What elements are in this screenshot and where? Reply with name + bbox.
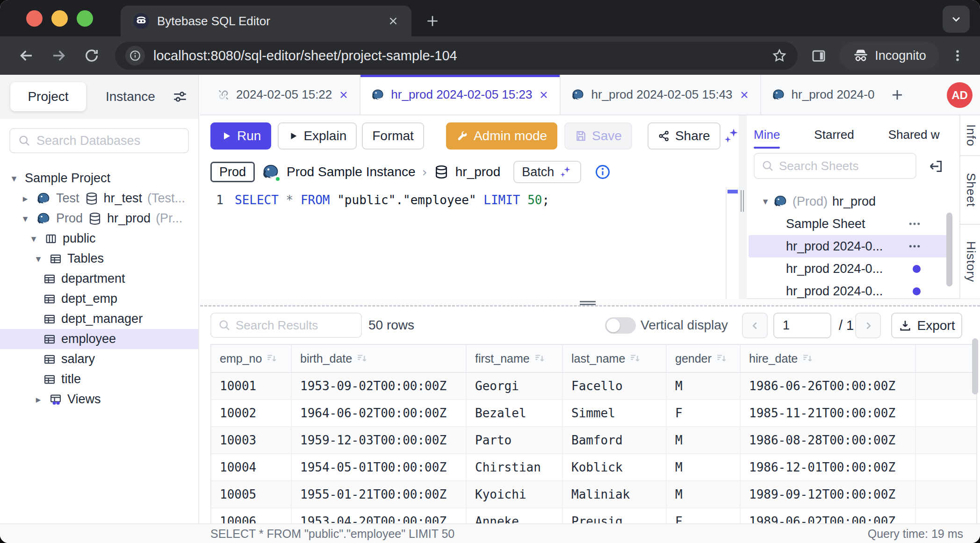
cell-last-name[interactable]: Facello [563,373,667,399]
cell-emp-no[interactable]: 10004 [211,454,292,480]
editor-tab-2-active[interactable]: hr_prod 2024-02-05 15:23 [360,75,561,114]
ai-sparkles-icon[interactable] [722,127,739,145]
tab-instance[interactable]: Instance [106,89,155,104]
new-sheet-tab-icon[interactable] [890,88,904,102]
close-window-button[interactable] [26,10,43,27]
table-row[interactable]: 10005 1955-01-21T00:00:00Z Kyoichi Malin… [211,481,976,508]
cell-emp-no[interactable]: 10005 [211,481,292,507]
editor-tab-1[interactable]: 2024-02-05 15:22 [207,75,360,114]
sheet-item-sample[interactable]: Sample Sheet [749,213,947,235]
table-row[interactable]: 10004 1954-05-01T00:00:00Z Chirstian Kob… [211,454,976,481]
tree-item-hr-test[interactable]: ▸ Test hr_test (Test... [0,188,198,208]
tree-item-views-group[interactable]: ▸ Views [0,389,198,409]
tree-item-table-salary[interactable]: salary [0,349,198,369]
prev-page-button[interactable] [742,313,768,338]
cell-hire-date[interactable]: 1985-11-21T00:00:00Z [741,400,916,426]
panel-resize-gutter[interactable] [739,115,747,299]
run-button[interactable]: Run [210,122,271,150]
sheets-search-input[interactable] [779,159,909,173]
cell-gender[interactable]: M [667,373,741,399]
cell-first-name[interactable]: Bezalel [467,400,563,426]
sheets-scrollbar[interactable] [946,213,952,286]
results-search[interactable] [210,313,362,338]
cell-hire-date[interactable]: 1989-06-02T00:00:00Z [741,508,916,523]
cell-first-name[interactable]: Parto [467,427,563,453]
close-icon[interactable] [739,89,750,100]
sheet-item-unsaved[interactable]: hr_prod 2024-0... [749,257,947,280]
close-icon[interactable] [538,89,549,100]
sheet-item-unsaved[interactable]: hr_prod 2024-0... [749,280,947,299]
page-number-input[interactable] [773,313,831,338]
cell-first-name[interactable]: Anneke [467,508,563,523]
chevron-down-icon[interactable]: ▾ [20,213,31,224]
sheet-group-hr-prod[interactable]: ▾ (Prod) hr_prod [749,190,947,213]
cell-emp-no[interactable]: 10003 [211,427,292,453]
tree-item-table-title[interactable]: title [0,369,198,389]
cell-gender[interactable]: M [667,427,741,453]
column-header-hire-date[interactable]: hire_date [741,345,916,372]
cell-birth-date[interactable]: 1953-09-02T00:00:00Z [292,373,467,399]
close-tab-icon[interactable] [387,15,399,27]
cell-last-name[interactable]: Preusig [563,508,667,523]
tree-item-table-department[interactable]: department [0,269,198,289]
cell-last-name[interactable]: Bamford [563,427,667,453]
cell-last-name[interactable]: Maliniak [563,481,667,507]
minimize-window-button[interactable] [51,10,68,27]
rail-tab-history[interactable]: History [960,225,980,300]
explain-button[interactable]: Explain [278,122,357,150]
cell-gender[interactable]: M [667,481,741,507]
sql-statement[interactable]: SELECT * FROM "public"."employee" LIMIT … [235,193,549,207]
cell-hire-date[interactable]: 1986-12-01T00:00:00Z [741,454,916,480]
forward-icon[interactable] [47,43,71,68]
tree-item-tables-group[interactable]: ▾ Tables [0,249,198,269]
chevron-right-icon[interactable]: ▸ [20,193,31,204]
cell-gender[interactable]: F [667,400,741,426]
tab-search-chevron-button[interactable] [943,6,970,33]
table-row[interactable]: 10001 1953-09-02T00:00:00Z Georgi Facell… [211,373,976,400]
table-row[interactable]: 10002 1964-06-02T00:00:00Z Bezalel Simme… [211,400,976,427]
column-header-last-name[interactable]: last_name [563,345,667,372]
table-row-partial[interactable]: 10006 1953-04-20T00:00:00Z Anneke Preusi… [211,508,976,523]
vertical-display-toggle[interactable] [605,317,636,334]
tab-project[interactable]: Project [10,82,86,111]
tab-mine[interactable]: Mine [754,128,780,142]
instance-name[interactable]: Prod Sample Instance [287,164,416,179]
cell-emp-no[interactable]: 10001 [211,373,292,399]
format-button[interactable]: Format [362,122,424,150]
cell-emp-no[interactable]: 10002 [211,400,292,426]
cell-birth-date[interactable]: 1964-06-02T00:00:00Z [292,400,467,426]
tree-item-table-dept-emp[interactable]: dept_emp [0,289,198,309]
batch-button[interactable]: Batch [513,161,581,183]
editor-tab-4[interactable]: hr_prod 2024-0 [761,75,884,114]
share-button[interactable]: Share [648,122,721,150]
omnibox[interactable]: localhost:8080/sql-editor/sheet/project-… [115,42,798,70]
results-search-input[interactable] [236,318,354,333]
tree-item-table-employee[interactable]: employee [0,329,198,349]
browser-tab[interactable]: Bytebase SQL Editor [121,6,411,36]
cell-hire-date[interactable]: 1986-08-28T00:00:00Z [741,427,916,453]
bookmark-star-icon[interactable] [771,48,787,64]
chevron-down-icon[interactable]: ▾ [760,196,771,207]
sheet-item-selected[interactable]: hr_prod 2024-0... [749,235,947,257]
more-menu-icon[interactable] [908,239,922,253]
results-splitter[interactable] [200,299,980,307]
column-header-gender[interactable]: gender [667,345,741,372]
cell-gender[interactable]: M [667,454,741,480]
cell-birth-date[interactable]: 1953-04-20T00:00:00Z [292,508,467,523]
chevron-down-icon[interactable]: ▾ [8,173,20,184]
cell-first-name[interactable]: Chirstian [467,454,563,480]
rail-tab-info[interactable]: Info [960,115,980,156]
cell-birth-date[interactable]: 1959-12-03T00:00:00Z [292,427,467,453]
side-panel-icon[interactable] [807,43,831,68]
sql-code-area[interactable]: 1 SELECT * FROM "public"."employee" LIMI… [200,187,739,207]
column-header-emp-no[interactable]: emp_no [211,345,292,372]
cell-emp-no[interactable]: 10006 [211,508,292,523]
cell-last-name[interactable]: Koblick [563,454,667,480]
column-header-birth-date[interactable]: birth_date [292,345,467,372]
filter-settings-icon[interactable] [172,89,188,105]
tree-item-hr-prod[interactable]: ▾ Prod hr_prod (Pr... [0,208,198,229]
cell-hire-date[interactable]: 1986-06-26T00:00:00Z [741,373,916,399]
cell-birth-date[interactable]: 1954-05-01T00:00:00Z [292,454,467,480]
save-button[interactable]: Save [564,122,632,150]
results-scrollbar[interactable] [972,338,978,394]
